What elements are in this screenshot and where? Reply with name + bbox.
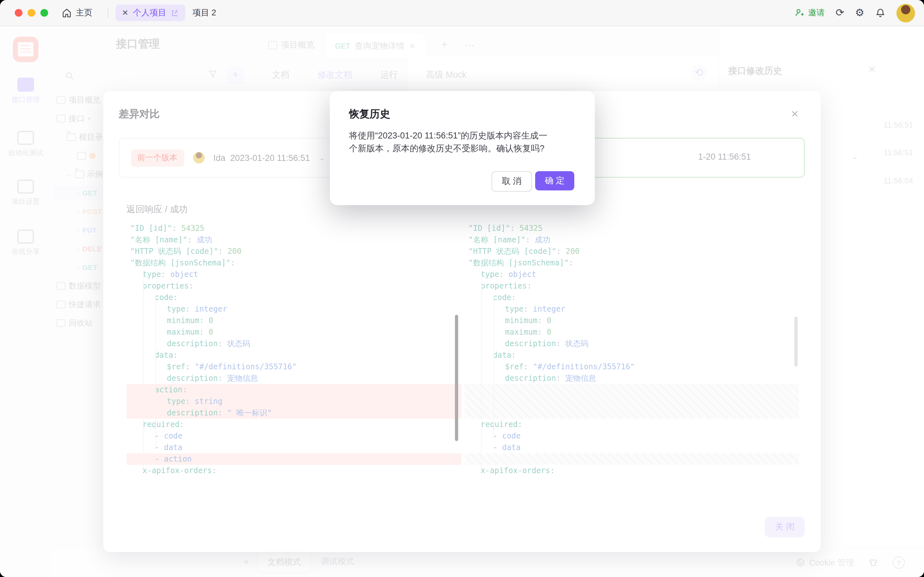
settings-gear-icon[interactable]: ⚙	[855, 8, 864, 18]
external-link-icon[interactable]	[171, 9, 179, 17]
project2-label: 项目 2	[192, 7, 216, 19]
notifications-bell-icon[interactable]	[875, 8, 885, 18]
close-tab-icon[interactable]: ✕	[122, 8, 128, 17]
home-tab[interactable]: 主页	[61, 0, 92, 26]
traffic-light-close[interactable]	[15, 9, 23, 17]
dialog-title: 恢复历史	[349, 108, 390, 121]
cancel-button[interactable]: 取 消	[491, 171, 532, 192]
dialog-body: 将使用“2023-01-20 11:56:51”的历史版本内容生成一 个新版本，…	[349, 129, 577, 155]
traffic-light-minimize[interactable]	[27, 9, 35, 17]
titlebar-actions: 邀请 ⟳ ⚙	[795, 0, 924, 26]
titlebar: 主页 ✕ 个人项目 项目 2 邀请 ⟳ ⚙	[0, 0, 924, 26]
project2-tab[interactable]: 项目 2	[192, 0, 216, 26]
restore-history-dialog: 恢复历史 将使用“2023-01-20 11:56:51”的历史版本内容生成一 …	[330, 91, 595, 205]
invite-icon	[795, 8, 805, 18]
confirm-button[interactable]: 确 定	[535, 171, 574, 190]
titlebar-divider	[177, 8, 178, 18]
traffic-light-zoom[interactable]	[40, 9, 48, 17]
user-avatar[interactable]	[897, 3, 915, 22]
invite-button[interactable]: 邀请	[795, 7, 825, 19]
personal-project-label: 个人项目	[133, 7, 166, 19]
invite-label: 邀请	[808, 7, 825, 19]
sync-icon[interactable]: ⟳	[836, 8, 845, 18]
home-icon	[61, 8, 72, 18]
app-window: 主页 ✕ 个人项目 项目 2 邀请 ⟳ ⚙	[0, 0, 924, 577]
dialog-body-line1: 将使用“2023-01-20 11:56:51”的历史版本内容生成一	[349, 131, 548, 140]
personal-project-tab[interactable]: ✕ 个人项目	[115, 5, 186, 21]
titlebar-divider	[108, 8, 108, 18]
home-label: 主页	[76, 7, 92, 19]
dialog-body-line2: 个新版本，原本的修改历史不受影响。确认恢复吗?	[349, 143, 544, 153]
